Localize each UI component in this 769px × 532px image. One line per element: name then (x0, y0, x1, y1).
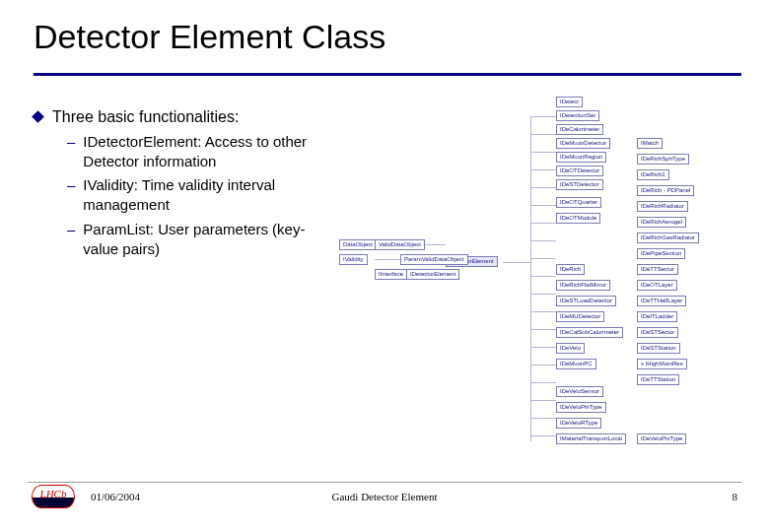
slide-title: Detector Element Class (34, 18, 385, 56)
diagram-node: IDeTTHalfLayer (637, 296, 686, 306)
diagram-node: IDeVeloPhiType (556, 402, 606, 413)
diagram-node: IDeRich (556, 264, 585, 275)
diagram-node: IDeTTSector (637, 264, 678, 275)
diagram-node: IDeCalorimeter (556, 124, 603, 135)
diagram-edge (503, 262, 530, 263)
diagram-node: IDeSTSector (637, 327, 678, 338)
diagram-node: IDeRich1 (637, 169, 669, 180)
diagram-edge (530, 152, 556, 153)
diagram-node: IDeMuonPC (556, 359, 596, 369)
diagram-node: IDeVelo (556, 343, 585, 354)
diagram-edge (530, 382, 556, 383)
bullet-item: Three basic functionalities: (34, 106, 329, 128)
diagram-node: IInterface (375, 269, 407, 280)
diagram-node: IDeRichRadiator (637, 201, 688, 212)
diagram-node: IDeVeloSensor (556, 386, 603, 397)
diagram-node: IDetect (556, 97, 583, 107)
diagram-node: IDeRichSphType (637, 154, 689, 165)
diagram-node: IDeMuonDetector (556, 138, 610, 149)
diagram-node: IDeTTStation (637, 374, 679, 385)
bullet-text: Three basic functionalities: (52, 106, 239, 128)
diagram-node: x IHighMomRes (637, 359, 687, 369)
diagram-edge (530, 205, 556, 206)
diagram-node: IDeOTLayer (637, 280, 677, 291)
slide-body: Three basic functionalities: – IDetector… (34, 106, 741, 263)
diagram-node: ParamValidDataObject (400, 254, 468, 265)
diagram-node: IDeITLadder (637, 311, 677, 322)
diagram-node: IDeVeloRType (556, 418, 601, 429)
footer-title: Gaudi Detector Element (0, 491, 769, 502)
diagram-edge (530, 116, 531, 441)
diagram-node: IDeSTStation (637, 343, 680, 354)
diagram-edge (530, 276, 556, 277)
diagram-node: IDePipeSection (637, 248, 685, 259)
sub-bullet-item: – IValidity: Time validity interval mana… (67, 175, 329, 216)
class-diagram: DetectorElement DataObject IValidity Val… (335, 106, 741, 263)
diagram-node: IDeCalSubCalorimeter (556, 327, 623, 338)
diagram-node: IDeRichGasRadiator (637, 233, 699, 243)
diagram-node: IDeOTDetector (556, 166, 603, 176)
diagram-node: IDeOTModule (556, 213, 600, 224)
bullet-icon (32, 110, 44, 123)
sub-bullet-item: – ParamList: User parameters (key-value … (67, 220, 329, 260)
diagram-edge (530, 400, 556, 401)
diagram-edge (530, 365, 556, 366)
diagram-node: ValidDataObject (375, 239, 425, 250)
diagram-node: IDeRichFlatMirror (556, 280, 610, 291)
diagram-node: IMatch (637, 138, 663, 149)
diagram-node: IDeMUDetector (556, 311, 604, 322)
dash-icon: – (67, 220, 75, 239)
diagram-edge (530, 329, 556, 330)
footer-line (28, 482, 741, 483)
diagram-edge (530, 435, 556, 436)
diagram-edge (530, 347, 556, 348)
diagram-edge (530, 134, 556, 135)
diagram-node: IDeSTLoadDetector (556, 296, 616, 306)
diagram-edge (530, 294, 556, 295)
sub-bullet-text: ParamList: User parameters (key-value pa… (83, 220, 329, 260)
sub-bullet-text: IValidity: Time validity interval manage… (83, 175, 329, 216)
diagram-edge (530, 240, 556, 241)
diagram-node: IDeOTQuarter (556, 197, 601, 208)
diagram-edge (530, 418, 556, 419)
diagram-edge (530, 311, 556, 312)
diagram-edge (530, 187, 556, 188)
diagram-node: IDetectionSet (556, 110, 599, 121)
dash-icon: – (67, 132, 75, 152)
diagram-node: IValidity (339, 254, 368, 265)
diagram-node: IDeVeloPixType (637, 433, 686, 444)
diagram-edge (530, 169, 556, 170)
diagram-node: IDeMuonRegion (556, 152, 606, 163)
diagram-node: IDeSTDetector (556, 179, 603, 190)
diagram-node: IDetectorElement (406, 269, 459, 280)
diagram-node: DataObject (339, 239, 377, 250)
sub-bullet-text: IDetectorElement: Access to other Detect… (83, 132, 329, 172)
sub-bullet-item: – IDetectorElement: Access to other Dete… (67, 132, 329, 172)
dash-icon: – (67, 175, 75, 195)
diagram-edge (530, 258, 556, 259)
slide: Detector Element Class Three basic funct… (0, 0, 769, 532)
diagram-edge (530, 116, 556, 117)
diagram-node: IDeRichAerogel (637, 217, 686, 228)
text-column: Three basic functionalities: – IDetector… (34, 106, 329, 263)
footer-page-number: 8 (733, 491, 738, 502)
diagram-node: IMaterialTransportLocal (556, 433, 626, 444)
diagram-node: IDeRich - PDPanel (637, 185, 694, 196)
title-underline (34, 73, 741, 76)
sub-bullet-list: – IDetectorElement: Access to other Dete… (34, 132, 329, 260)
diagram-edge (530, 223, 556, 224)
